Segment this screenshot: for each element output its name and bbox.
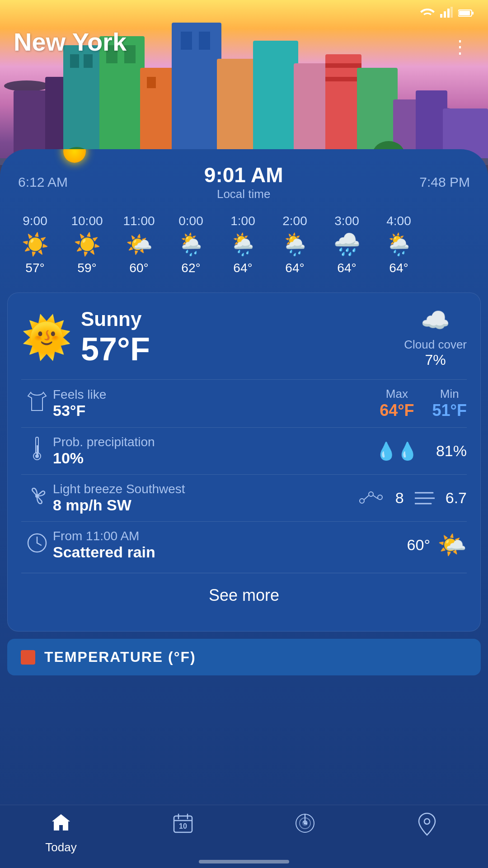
nav-radar[interactable] — [244, 812, 366, 839]
weather-panel: 6:12 AM 9:01 AM Local time 7:48 PM 9:00 … — [0, 149, 488, 868]
wind-gust-value: 6.7 — [446, 489, 467, 507]
status-bar — [0, 0, 488, 27]
bottom-navigation: Today 10 — [0, 805, 488, 868]
current-weather-card: 🌞 Sunny 57°F ☁️ Cloud cover 7% Feels lik… — [7, 292, 481, 632]
thermometer-icon — [21, 436, 53, 466]
precipitation-row: Prob. precipitation 10% 💧💧 81% — [21, 427, 467, 474]
current-condition-text: Sunny — [81, 308, 150, 330]
current-temperature: 57°F — [81, 330, 150, 368]
nav-location[interactable] — [366, 812, 488, 840]
svg-rect-23 — [325, 63, 361, 68]
wind-fan-icon — [21, 485, 53, 511]
precip-label: Prob. precipitation — [53, 435, 375, 449]
hour-icon: ☀️ — [74, 232, 101, 257]
current-weather-icon: 🌞 — [21, 314, 72, 361]
nav-today[interactable]: Today — [0, 812, 122, 854]
calendar-icon: 10 — [172, 812, 194, 839]
location-icon — [417, 812, 437, 840]
hour-temp: 60° — [129, 261, 148, 275]
wind-lines-icon — [415, 488, 435, 508]
svg-rect-46 — [444, 11, 446, 18]
precip-value: 10% — [53, 449, 375, 467]
svg-point-55 — [35, 454, 39, 458]
hour-temp: 64° — [285, 261, 304, 275]
hour-item: 4:00 🌦️ 64° — [373, 210, 425, 279]
humidity-value: 81% — [436, 442, 467, 460]
hour-icon: 🌦️ — [385, 232, 413, 257]
svg-rect-15 — [147, 77, 156, 88]
wind-numbers: 8 — [395, 489, 404, 507]
hour-temp: 59° — [77, 261, 96, 275]
hour-label: 11:00 — [123, 214, 155, 228]
forecast-label: From 11:00 AM — [53, 529, 407, 543]
hour-item: 11:00 🌤️ 60° — [113, 210, 165, 279]
svg-text:10: 10 — [179, 822, 187, 830]
more-menu-button[interactable]: ⋮ — [451, 36, 470, 57]
hour-label: 4:00 — [386, 214, 411, 228]
wind-value: 8 mp/h SW — [53, 496, 357, 514]
hour-item: 10:00 ☀️ 59° — [61, 210, 113, 279]
hour-label: 1:00 — [230, 214, 255, 228]
hour-temp: 57° — [25, 261, 44, 275]
hour-icon: 🌤️ — [126, 232, 153, 257]
svg-point-58 — [369, 492, 373, 496]
temperature-bar-label: TEMPERATURE (°F) — [44, 649, 196, 665]
hour-icon: 🌦️ — [178, 232, 205, 257]
feels-like-text: Feels like 53°F — [53, 387, 380, 420]
hour-item: 9:00 ☀️ 57° — [9, 210, 61, 279]
humidity-box: 💧💧 81% — [375, 441, 467, 461]
min-value: 51°F — [432, 401, 467, 420]
droplets-icon: 💧💧 — [375, 441, 418, 461]
feels-like-row: Feels like 53°F Max 64°F Min 51°F — [21, 379, 467, 427]
wind-label: Light breeze Southwest — [53, 482, 357, 496]
wind-text: Light breeze Southwest 8 mp/h SW — [53, 482, 357, 514]
see-more-button[interactable]: See more — [21, 573, 467, 618]
local-time-display: 9:01 AM Local time — [204, 163, 283, 201]
today-label: Today — [45, 840, 76, 854]
hour-label: 9:00 — [23, 214, 47, 228]
forecast-icon: 🌤️ — [437, 531, 467, 559]
city-name: New York — [14, 27, 127, 57]
hour-temp: 62° — [181, 261, 200, 275]
hour-icon: ☀️ — [22, 232, 49, 257]
svg-point-59 — [378, 495, 382, 500]
svg-rect-24 — [325, 77, 361, 81]
nav-calendar[interactable]: 10 — [122, 812, 244, 839]
current-left: 🌞 Sunny 57°F — [21, 308, 150, 368]
svg-rect-18 — [199, 32, 210, 50]
max-min-box: Max 64°F Min 51°F — [380, 387, 467, 420]
hour-temp: 64° — [337, 261, 356, 275]
precipitation-text: Prob. precipitation 10% — [53, 435, 375, 467]
cloud-cover-label: Cloud cover — [404, 338, 467, 352]
cloud-cover-value: 7% — [425, 352, 446, 368]
wifi-icon — [420, 6, 435, 21]
cloud-icon: ☁️ — [421, 307, 450, 334]
forecast-temp: 60° — [407, 536, 430, 554]
svg-rect-17 — [181, 32, 192, 50]
svg-point-1 — [4, 80, 49, 91]
max-temp-item: Max 64°F — [380, 387, 414, 420]
shirt-icon — [21, 391, 53, 416]
wind-speed-value: 8 — [395, 489, 404, 507]
hour-label: 3:00 — [334, 214, 359, 228]
home-icon — [50, 812, 72, 837]
svg-rect-50 — [472, 12, 474, 14]
min-temp-item: Min 51°F — [432, 387, 467, 420]
svg-point-77 — [424, 819, 430, 824]
hour-item: 3:00 🌧️ 64° — [321, 210, 373, 279]
hour-icon: 🌦️ — [230, 232, 257, 257]
min-label: Min — [432, 387, 467, 401]
forecast-right: 60° 🌤️ — [407, 531, 467, 559]
sunset-time: 7:48 PM — [419, 175, 470, 190]
cloud-cover-box: ☁️ Cloud cover 7% — [404, 307, 467, 368]
svg-point-57 — [360, 499, 364, 503]
feels-like-value: 53°F — [53, 402, 380, 420]
temperature-bar[interactable]: TEMPERATURE (°F) — [7, 639, 481, 675]
radar-icon — [294, 812, 316, 839]
hour-item: 1:00 🌦️ 64° — [217, 210, 269, 279]
hourly-forecast-scroll[interactable]: 9:00 ☀️ 57° 10:00 ☀️ 59° 11:00 🌤️ 60° 0:… — [0, 206, 488, 288]
svg-line-60 — [364, 495, 369, 500]
wind-graph-icon — [357, 487, 385, 509]
home-indicator — [199, 860, 289, 863]
local-time-label: Local time — [204, 187, 283, 201]
